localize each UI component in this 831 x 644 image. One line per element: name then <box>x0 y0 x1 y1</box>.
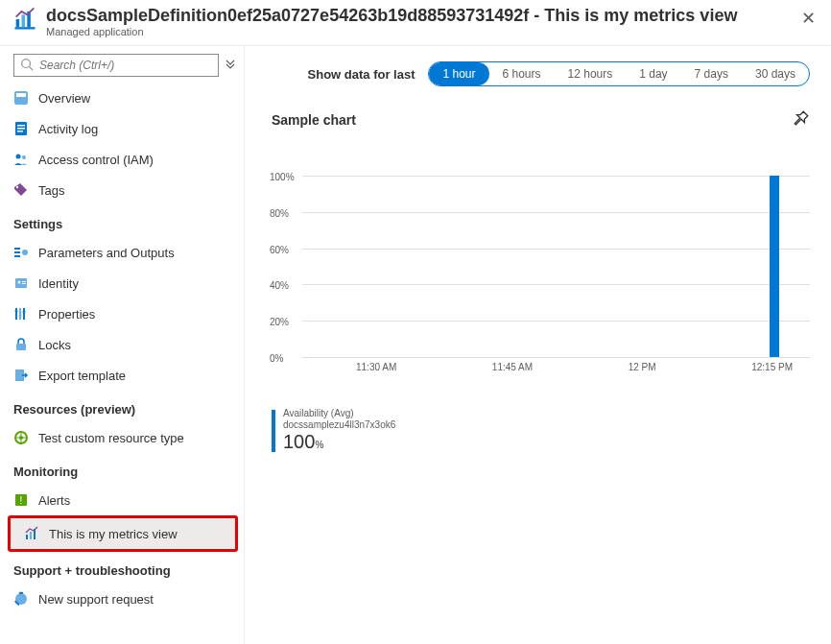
svg-point-11 <box>16 155 21 159</box>
close-icon[interactable]: ✕ <box>795 6 821 31</box>
sidebar-item-label: Alerts <box>38 493 70 508</box>
sidebar-item-label: New support request <box>38 592 154 607</box>
tags-icon <box>13 182 29 198</box>
sidebar-item-properties[interactable]: Properties <box>0 298 244 329</box>
svg-point-13 <box>16 186 18 188</box>
access-control-icon <box>13 152 29 167</box>
time-pill-1hour[interactable]: 1 hour <box>429 62 488 85</box>
sidebar-item-label: Overview <box>38 91 90 106</box>
legend-value: 100 <box>283 431 315 452</box>
identity-icon <box>13 275 29 291</box>
time-pill-1day[interactable]: 1 day <box>626 62 680 85</box>
y-tick: 80% <box>270 207 289 218</box>
y-tick: 20% <box>270 317 289 327</box>
sidebar-item-label: Test custom resource type <box>38 431 184 445</box>
chart-legend: Availability (Avg) docssamplezu4ll3n7x3o… <box>272 408 810 453</box>
svg-rect-15 <box>14 251 20 253</box>
section-monitoring: Monitoring <box>0 453 244 485</box>
svg-point-12 <box>22 155 26 159</box>
sidebar-item-label: Activity log <box>38 122 98 136</box>
time-pill-12hours[interactable]: 12 hours <box>555 62 627 85</box>
metrics-icon <box>24 526 39 541</box>
sidebar-item-activity-log[interactable]: Activity log <box>0 113 244 144</box>
svg-rect-9 <box>17 128 25 130</box>
locks-icon <box>13 337 29 352</box>
svg-rect-21 <box>22 283 26 284</box>
sidebar-item-access-control[interactable]: Access control (IAM) <box>0 144 244 175</box>
time-range-selector: 1 hour 6 hours 12 hours 1 day 7 days 30 … <box>428 61 810 86</box>
page-title: docsSampleDefinition0ef25a0727e54263b19d… <box>46 6 795 26</box>
sidebar-item-overview[interactable]: Overview <box>0 83 244 113</box>
sidebar-item-test-custom-resource[interactable]: Test custom resource type <box>0 422 244 453</box>
svg-rect-1 <box>22 14 26 27</box>
svg-point-25 <box>15 310 18 313</box>
svg-rect-0 <box>16 19 20 27</box>
svg-rect-14 <box>14 248 20 250</box>
sidebar-item-label: Identity <box>38 276 79 291</box>
resource-type-label: Managed application <box>46 26 795 37</box>
properties-icon <box>13 306 29 322</box>
svg-rect-6 <box>16 93 26 97</box>
x-tick: 11:45 AM <box>492 362 533 372</box>
sidebar-item-label: Locks <box>38 338 71 352</box>
svg-rect-28 <box>16 344 26 350</box>
legend-color-bar <box>272 410 275 452</box>
section-settings: Settings <box>0 205 244 237</box>
sidebar-item-label: Access control (IAM) <box>38 153 154 167</box>
svg-rect-37 <box>30 532 32 539</box>
svg-rect-10 <box>17 131 23 132</box>
alerts-icon: ! <box>13 492 29 508</box>
pin-icon[interactable] <box>793 109 810 130</box>
x-tick: 11:30 AM <box>356 362 396 372</box>
svg-line-4 <box>30 66 34 70</box>
sidebar-item-parameters[interactable]: Parameters and Outputs <box>0 237 244 268</box>
svg-point-26 <box>19 315 22 318</box>
time-pill-30days[interactable]: 30 days <box>742 62 809 85</box>
y-tick: 100% <box>270 172 295 182</box>
sidebar-item-new-support-request[interactable]: New support request <box>0 584 244 614</box>
export-template-icon <box>13 368 29 383</box>
search-input-wrapper[interactable] <box>13 54 219 77</box>
svg-rect-24 <box>23 308 25 320</box>
chart-bar <box>770 176 779 357</box>
time-range-label: Show data for last <box>308 67 416 82</box>
sidebar-item-label: This is my metrics view <box>49 527 178 541</box>
svg-text:!: ! <box>20 495 23 506</box>
svg-rect-8 <box>17 125 25 127</box>
svg-rect-36 <box>26 535 28 539</box>
search-input[interactable] <box>39 59 212 72</box>
sidebar-item-alerts[interactable]: ! Alerts <box>0 485 244 515</box>
svg-point-19 <box>18 281 21 284</box>
svg-point-17 <box>22 250 28 255</box>
sidebar-item-identity[interactable]: Identity <box>0 268 244 298</box>
sidebar-item-locks[interactable]: Locks <box>0 329 244 360</box>
sidebar-collapse-icon[interactable] <box>225 59 236 73</box>
chart-title: Sample chart <box>272 112 356 128</box>
time-pill-6hours[interactable]: 6 hours <box>489 62 555 85</box>
legend-metric: Availability (Avg) <box>283 408 395 419</box>
sidebar-item-label: Tags <box>38 183 64 198</box>
main-panel: Show data for last 1 hour 6 hours 12 hou… <box>245 46 831 644</box>
sidebar-item-export-template[interactable]: Export template <box>0 360 244 391</box>
sidebar: Overview Activity log Access control (IA… <box>0 46 245 644</box>
overview-icon <box>13 90 29 106</box>
sidebar-item-label: Parameters and Outputs <box>38 246 175 260</box>
activity-log-icon <box>13 121 29 136</box>
svg-point-27 <box>23 311 26 314</box>
resource-icon <box>13 430 29 445</box>
support-icon <box>13 591 29 607</box>
legend-resource: docssamplezu4ll3n7x3ok6 <box>283 419 395 431</box>
y-tick: 40% <box>270 280 289 291</box>
metrics-icon <box>12 6 38 36</box>
sidebar-item-tags[interactable]: Tags <box>0 175 244 205</box>
x-tick: 12 PM <box>629 362 656 372</box>
x-tick: 12:15 PM <box>751 362 793 372</box>
legend-unit: % <box>315 440 323 450</box>
sidebar-item-label: Properties <box>38 307 95 322</box>
time-pill-7days[interactable]: 7 days <box>681 62 742 85</box>
section-resources: Resources (preview) <box>0 391 244 422</box>
sidebar-item-label: Export template <box>38 369 126 383</box>
section-support: Support + troubleshooting <box>0 552 244 584</box>
sidebar-item-metrics-view[interactable]: This is my metrics view <box>11 518 235 549</box>
chart: 100% 80% 60% 40% 20% 0% 11:30 AM 11:45 A… <box>272 176 810 396</box>
